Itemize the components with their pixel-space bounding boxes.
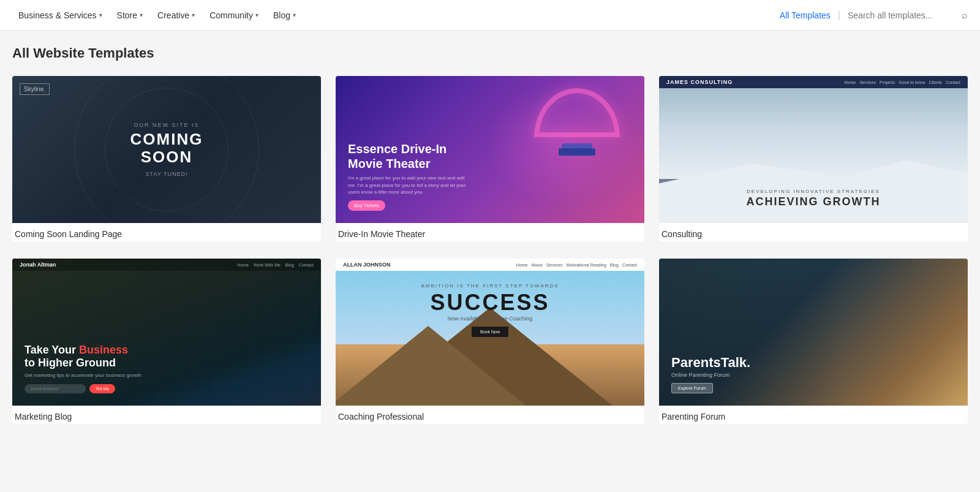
template-card-drive-in[interactable]: Essence Drive-InMovie Theater I'm a grea… bbox=[336, 76, 644, 241]
marketing-nav: Jonah Altman Home Work With Me Blog Cont… bbox=[12, 259, 321, 271]
card-label-drive-in: Drive-In Movie Theater bbox=[336, 223, 644, 241]
nav-item-blog[interactable]: Blog ▾ bbox=[267, 7, 302, 24]
nav-label-business: Business & Services bbox=[18, 10, 97, 20]
search-field[interactable]: ⌕ bbox=[848, 10, 968, 21]
marketing-email-input[interactable] bbox=[24, 384, 86, 393]
chevron-down-icon: ▾ bbox=[192, 12, 195, 18]
marketing-sub: Get marketing tips to accelerate your bu… bbox=[24, 373, 141, 378]
main-nav: Business & Services ▾ Store ▾ Creative ▾… bbox=[0, 0, 980, 31]
coaching-logo: ALLAN JOHNSON bbox=[343, 262, 391, 268]
marketing-cta-btn: Tell Me bbox=[89, 384, 115, 393]
marketing-grid-bg bbox=[12, 259, 321, 406]
card-label-coming-soon: Coming Soon Landing Page bbox=[12, 223, 321, 241]
parenting-cta: Explore Forum bbox=[671, 383, 713, 393]
nav-right: All Templates | ⌕ bbox=[780, 10, 968, 21]
parenting-title: ParentsTalk. bbox=[671, 355, 750, 371]
card-thumb-marketing: Jonah Altman Home Work With Me Blog Cont… bbox=[12, 259, 321, 406]
chevron-down-icon: ▾ bbox=[293, 12, 296, 18]
consulting-logo: JAMES CONSULTING bbox=[666, 79, 733, 85]
coaching-cta: Book Now bbox=[472, 327, 508, 337]
marketing-cta-row: Tell Me bbox=[24, 384, 115, 393]
template-card-coaching[interactable]: ALLAN JOHNSON Home About Services Motiva… bbox=[336, 259, 644, 424]
card-thumb-coming-soon: Skyline. OUR NEW SITE IS COMINGSOON STAY… bbox=[12, 76, 321, 223]
consulting-nav: JAMES CONSULTING Home Services Projects … bbox=[659, 76, 968, 88]
consulting-nav-links: Home Services Projects Good to know Clie… bbox=[844, 80, 960, 85]
snow-background bbox=[659, 76, 968, 179]
card-label-parenting: Parenting Forum bbox=[659, 406, 968, 424]
drivein-title: Essence Drive-InMovie Theater bbox=[348, 142, 447, 171]
chevron-down-icon: ▾ bbox=[255, 12, 258, 18]
card-label-coaching: Coaching Professional bbox=[336, 406, 644, 424]
all-templates-link[interactable]: All Templates bbox=[780, 10, 831, 20]
main-content: All Website Templates Skyline. OUR NEW S… bbox=[0, 31, 980, 439]
search-input[interactable] bbox=[848, 10, 958, 20]
consulting-caption: DEVELOPING INNOVATIVE STRATEGIES ACHIEVI… bbox=[659, 189, 968, 208]
card-thumb-parenting: ParentsTalk. Online Parenting Forum Expl… bbox=[659, 259, 968, 406]
template-card-consulting[interactable]: JAMES CONSULTING Home Services Projects … bbox=[659, 76, 968, 241]
card-label-marketing: Marketing Blog bbox=[12, 406, 321, 424]
drivein-3d-art bbox=[516, 82, 638, 174]
parenting-sub: Online Parenting Forum bbox=[671, 372, 750, 378]
card-thumb-drive-in: Essence Drive-InMovie Theater I'm a grea… bbox=[336, 76, 644, 223]
template-grid: Skyline. OUR NEW SITE IS COMINGSOON STAY… bbox=[12, 76, 968, 424]
page-title: All Website Templates bbox=[12, 45, 968, 61]
chevron-down-icon: ▾ bbox=[140, 12, 143, 18]
nav-left: Business & Services ▾ Store ▾ Creative ▾… bbox=[12, 7, 780, 24]
nav-item-store[interactable]: Store ▾ bbox=[111, 7, 149, 24]
marketing-nav-links: Home Work With Me Blog Contact bbox=[237, 263, 314, 267]
coaching-text: AMBITION IS THE FIRST STEP TOWARDS SUCCE… bbox=[421, 283, 559, 337]
card-thumb-consulting: JAMES CONSULTING Home Services Projects … bbox=[659, 76, 968, 223]
marketing-logo: Jonah Altman bbox=[20, 262, 56, 268]
marketing-title: Take Your Businessto Higher Ground bbox=[24, 344, 128, 370]
template-card-coming-soon[interactable]: Skyline. OUR NEW SITE IS COMINGSOON STAY… bbox=[12, 76, 321, 241]
drivein-cta: Buy Tickets bbox=[348, 200, 385, 211]
nav-label-blog: Blog bbox=[273, 10, 290, 20]
nav-divider: | bbox=[838, 10, 840, 21]
nav-label-creative: Creative bbox=[157, 10, 189, 20]
parenting-text: ParentsTalk. Online Parenting Forum Expl… bbox=[671, 355, 750, 393]
cs-logo: Skyline. bbox=[20, 83, 50, 95]
nav-item-business[interactable]: Business & Services ▾ bbox=[12, 7, 108, 24]
nav-label-store: Store bbox=[117, 10, 137, 20]
coaching-nav: ALLAN JOHNSON Home About Services Motiva… bbox=[336, 259, 644, 271]
template-card-marketing[interactable]: Jonah Altman Home Work With Me Blog Cont… bbox=[12, 259, 321, 424]
drivein-desc: I'm a great place for you to add your ow… bbox=[348, 175, 470, 195]
nav-item-creative[interactable]: Creative ▾ bbox=[151, 7, 201, 24]
template-card-parenting[interactable]: ParentsTalk. Online Parenting Forum Expl… bbox=[659, 259, 968, 424]
search-icon[interactable]: ⌕ bbox=[962, 10, 968, 21]
chevron-down-icon: ▾ bbox=[99, 12, 102, 18]
nav-label-community: Community bbox=[209, 10, 253, 20]
nav-item-community[interactable]: Community ▾ bbox=[203, 7, 265, 24]
card-thumb-coaching: ALLAN JOHNSON Home About Services Motiva… bbox=[336, 259, 644, 406]
coaching-nav-links: Home About Services Motivational Reading… bbox=[516, 263, 637, 267]
coaching-mountain2 bbox=[336, 326, 526, 406]
card-label-consulting: Consulting bbox=[659, 223, 968, 241]
